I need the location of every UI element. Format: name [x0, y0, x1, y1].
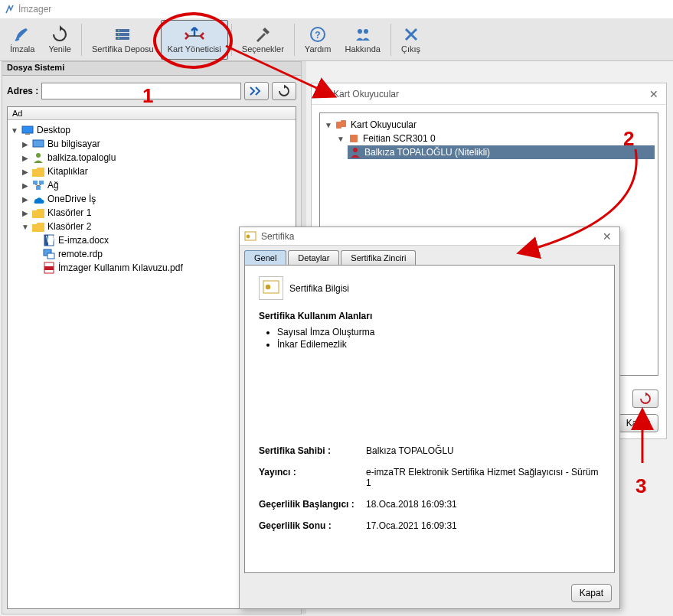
tree-node-libraries[interactable]: ▶Kitaplıklar [20, 165, 294, 178]
tree-label: Kitaplıklar [47, 166, 88, 177]
svg-point-29 [353, 148, 358, 152]
tree-node-thispc[interactable]: ▶Bu bilgisayar [20, 137, 294, 151]
card-readers-titlebar: Kart Okuyucular ✕ [312, 83, 666, 105]
validity-end-key: Geçerlilik Sonu : [259, 520, 366, 531]
sign-button[interactable]: İmzala [3, 20, 41, 60]
tab-chain[interactable]: Sertifika Zinciri [341, 250, 416, 265]
svg-point-33 [266, 285, 270, 289]
svg-rect-17 [39, 181, 44, 184]
validity-end-value: 17.Oca.2021 16:09:31 [366, 520, 600, 531]
tools-icon [253, 25, 272, 44]
issuer-key: Yayıncı : [259, 467, 366, 488]
tree-label: Balkıza TOPALOĞLU (Nitelikli) [364, 147, 490, 158]
exit-label: Çıkış [401, 44, 420, 54]
svg-rect-28 [350, 135, 358, 142]
tree-label: Feitian SCR301 0 [363, 133, 436, 144]
certstore-label: Sertifika Deposu [92, 44, 154, 54]
close-button[interactable]: ✕ [599, 229, 615, 244]
certificate-info-label: Sertifika Bilgisi [289, 283, 349, 294]
certificate-info-icon [259, 276, 283, 300]
tree-node-desktop[interactable]: ▼Desktop [9, 123, 294, 137]
refresh-icon [278, 85, 290, 97]
tree-label: remote.rdp [58, 249, 103, 259]
svg-point-4 [118, 34, 119, 35]
about-button[interactable]: Hakkında [338, 20, 387, 60]
card-readers-title: Kart Okuyucular [333, 89, 642, 99]
user-icon [33, 152, 44, 163]
svg-rect-14 [33, 140, 44, 147]
readers-refresh-button[interactable] [632, 389, 658, 408]
help-label: Yardım [305, 44, 332, 54]
filesystem-panel-title: Dosya Sistemi [2, 62, 301, 76]
address-input[interactable] [41, 83, 241, 99]
tree-label: balkiza.topaloglu [47, 152, 116, 163]
svg-rect-25 [44, 266, 54, 270]
folder-icon [32, 208, 44, 218]
tree-header[interactable]: Ad [8, 107, 296, 120]
svg-rect-16 [33, 181, 38, 184]
cardmgr-button[interactable]: Kart Yöneticisi [161, 20, 228, 60]
network-icon [32, 180, 44, 191]
refresh-icon [51, 25, 69, 44]
tree-label: Klasörler 1 [47, 207, 91, 218]
annotation-number-3: 3 [635, 474, 646, 498]
rdp-icon [43, 249, 55, 259]
tree-label: Klasörler 2 [47, 221, 91, 232]
certstore-button[interactable]: Sertifika Deposu [85, 20, 161, 60]
certificate-general-body: Sertifika Bilgisi Sertifika Kullanım Ala… [244, 265, 615, 573]
svg-point-15 [36, 153, 41, 158]
certificate-close-button[interactable]: Kapat [571, 584, 612, 602]
svg-rect-12 [22, 126, 33, 133]
tree-label: Bu bilgisayar [47, 139, 100, 149]
exit-button[interactable]: Çıkış [394, 20, 427, 60]
validity-start-value: 18.Oca.2018 16:09:31 [366, 499, 600, 510]
tree-node-folder1[interactable]: ▶Klasörler 1 [20, 206, 294, 220]
sign-label: İmzala [10, 44, 34, 54]
options-button[interactable]: Seçenekler [235, 20, 291, 60]
about-label: Hakkında [345, 44, 381, 54]
readers-root-node[interactable]: ▼Kart Okuyucular [323, 118, 655, 132]
svg-rect-1 [116, 33, 129, 36]
annotation-number-1: 1 [142, 84, 153, 108]
validity-start-key: Geçerlilik Başlangıcı : [259, 499, 366, 510]
certificate-window: Sertifika ✕ Genel Detaylar Sertifika Zin… [239, 227, 620, 609]
pen-icon [13, 25, 31, 44]
refresh-button[interactable]: Yenile [41, 20, 78, 60]
people-icon [354, 25, 372, 44]
tree-node-network[interactable]: ▶Ağ [20, 178, 294, 192]
usage-item: İnkar Edilemezlik [277, 338, 600, 350]
readers-icon [335, 119, 348, 130]
tree-node-user[interactable]: ▶balkiza.topaloglu [20, 151, 294, 165]
usage-item: Sayısal İmza Oluşturma [277, 326, 600, 338]
app-title: İmzager [18, 4, 51, 15]
certificate-titlebar: Sertifika ✕ [240, 227, 619, 246]
toolbar-separator [294, 24, 295, 56]
certificate-icon [244, 231, 256, 242]
cardmgr-icon [316, 88, 328, 100]
options-label: Seçenekler [242, 44, 284, 54]
svg-rect-27 [341, 120, 346, 127]
cloud-icon [32, 195, 44, 204]
app-icon [5, 4, 15, 15]
readers-close-button[interactable]: Kapat [618, 414, 658, 432]
toolbar-separator [231, 24, 232, 56]
refresh-label: Yenile [48, 44, 71, 54]
cardmgr-label: Kart Yöneticisi [168, 44, 221, 54]
tree-node-onedrive[interactable]: ▶OneDrive İş [20, 192, 294, 206]
tab-details[interactable]: Detaylar [288, 250, 339, 265]
help-button[interactable]: ? Yardım [298, 20, 338, 60]
tree-label: Kart Okuyucular [351, 119, 417, 130]
reader-node[interactable]: ▼Feitian SCR301 0 [335, 132, 655, 145]
person-cert-icon [350, 147, 361, 158]
certificate-node[interactable]: Balkıza TOPALOĞLU (Nitelikli) [348, 145, 655, 159]
svg-rect-23 [47, 253, 54, 259]
tab-general[interactable]: Genel [244, 250, 286, 265]
issuer-value: e-imzaTR Elektronik Sertifika Hizmet Sağ… [366, 467, 600, 488]
addr-refresh-button[interactable] [272, 82, 296, 100]
help-icon: ? [309, 25, 327, 44]
go-button[interactable] [244, 82, 269, 100]
tree-label: Ağ [47, 180, 59, 191]
close-button[interactable]: ✕ [646, 86, 662, 102]
svg-rect-26 [336, 122, 341, 129]
svg-point-3 [118, 30, 119, 31]
